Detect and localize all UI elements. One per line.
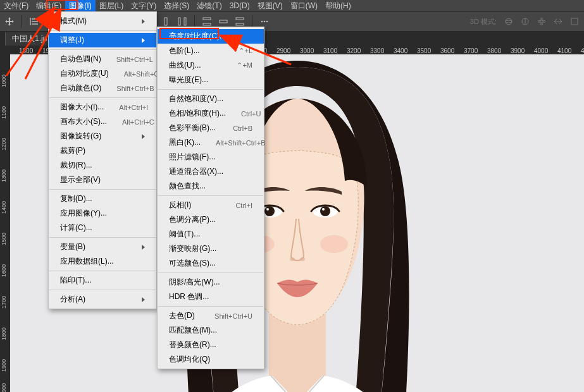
submenu-arrow-icon <box>142 38 145 43</box>
image-menu-item-label: 陷印(T)... <box>60 275 91 286</box>
menu-separator <box>49 271 156 271</box>
menu-separator <box>158 195 263 196</box>
image-menu-item-label: 画布大小(S)... <box>60 116 107 127</box>
image-menu-item-4[interactable]: 自动颜色(O)Shift+Ctrl+B <box>49 81 156 95</box>
adjust-submenu-item-1[interactable]: 色阶(L)...⌃+L <box>158 44 264 58</box>
adjust-submenu-item-4[interactable]: 自然饱和度(V)... <box>158 92 264 106</box>
image-menu-item-8[interactable]: 裁剪(P) <box>49 144 156 158</box>
adjust-submenu-item-3[interactable]: 曝光度(E)... <box>158 73 264 87</box>
image-menu-item-0[interactable]: 模式(M) <box>49 14 156 28</box>
adjustments-submenu: 亮度/对比度(C)...色阶(L)...⌃+L曲线(U)...⌃+M曝光度(E)… <box>157 27 264 369</box>
menu-view[interactable]: 视图(V) <box>254 0 287 12</box>
image-menu-item-shortcut: Shift+Ctrl+L <box>116 56 153 63</box>
submenu-arrow-icon <box>142 297 145 302</box>
adjust-submenu-item-label: 替换颜色(R)... <box>169 340 216 350</box>
adjust-submenu-item-2[interactable]: 曲线(U)...⌃+M <box>158 58 264 73</box>
image-menu-item-7[interactable]: 图像旋转(G) <box>49 129 156 144</box>
svg-rect-5 <box>203 18 211 20</box>
adjust-submenu-item-shortcut: Ctrl+U <box>241 110 261 118</box>
image-menu-item-3[interactable]: 自动对比度(U)Alt+Shift+Ctrl+L <box>49 66 156 81</box>
adjust-submenu-item-17[interactable]: HDR 色调... <box>158 290 264 304</box>
image-menu-item-1[interactable]: 调整(J) <box>49 33 156 47</box>
svg-point-27 <box>300 257 305 261</box>
adjust-submenu-item-15[interactable]: 可选颜色(S)... <box>158 256 264 271</box>
orbit-3d-icon[interactable] <box>502 15 516 28</box>
adjust-submenu-item-shortcut: Ctrl+I <box>235 202 252 209</box>
image-menu-item-11[interactable]: 复制(D)... <box>49 192 156 206</box>
adjust-submenu-item-7[interactable]: 黑白(K)...Alt+Shift+Ctrl+B <box>158 135 264 150</box>
menu-separator <box>158 89 263 90</box>
image-menu-item-label: 应用图像(Y)... <box>60 208 107 219</box>
slide-3d-icon[interactable] <box>551 15 565 28</box>
adjust-submenu-item-9[interactable]: 通道混合器(X)... <box>158 164 264 179</box>
image-menu-item-label: 裁切(R)... <box>60 160 92 171</box>
roll-3d-icon[interactable] <box>518 15 532 28</box>
image-menu-item-label: 自动色调(N) <box>60 54 101 64</box>
image-menu-item-label: 图像大小(I)... <box>60 102 104 113</box>
adjust-submenu-item-label: 渐变映射(G)... <box>169 243 216 254</box>
image-menu-item-15[interactable]: 应用数据组(L)... <box>49 254 156 269</box>
move-tool-icon[interactable] <box>3 15 16 28</box>
adjust-submenu-item-label: 色阶(L)... <box>169 46 200 56</box>
menu-select[interactable]: 选择(S) <box>160 0 193 12</box>
adjust-submenu-item-label: 色彩平衡(B)... <box>169 123 216 133</box>
adjust-submenu-item-shortcut: ⌃+M <box>237 61 252 70</box>
menu-layer[interactable]: 图层(L) <box>96 0 128 12</box>
adjust-submenu-item-label: 通道混合器(X)... <box>169 166 223 177</box>
menu-image[interactable]: 图像(I) <box>65 0 95 12</box>
image-menu-item-label: 模式(M) <box>60 16 87 27</box>
adjust-submenu-item-shortcut: ⌃+L <box>239 47 252 55</box>
image-menu-item-10[interactable]: 显示全部(V) <box>49 173 156 187</box>
adjust-submenu-item-21[interactable]: 色调均化(Q) <box>158 352 264 367</box>
adjust-submenu-item-11[interactable]: 反相(I)Ctrl+I <box>158 198 264 212</box>
mode3d-label: 3D 模式: <box>470 17 497 27</box>
adjust-submenu-item-label: 色调均化(Q) <box>169 354 210 365</box>
adjust-submenu-item-label: 颜色查找... <box>169 181 206 192</box>
adjust-submenu-item-14[interactable]: 渐变映射(G)... <box>158 242 264 256</box>
image-menu-item-13[interactable]: 计算(C)... <box>49 221 156 235</box>
submenu-arrow-icon <box>142 19 145 24</box>
adjust-submenu-item-18[interactable]: 去色(D)Shift+Ctrl+U <box>158 309 264 323</box>
menu-type[interactable]: 文字(Y) <box>127 0 160 12</box>
svg-rect-8 <box>236 18 244 20</box>
image-menu-item-label: 分析(A) <box>60 294 85 305</box>
scale-3d-icon[interactable] <box>568 15 581 28</box>
svg-point-22 <box>320 206 330 216</box>
adjust-submenu-item-10[interactable]: 颜色查找... <box>158 179 264 193</box>
menu-filter[interactable]: 滤镜(T) <box>193 0 225 12</box>
image-menu-item-14[interactable]: 变量(B) <box>49 240 156 254</box>
image-menu-item-9[interactable]: 裁切(R)... <box>49 158 156 173</box>
adjust-submenu-item-20[interactable]: 替换颜色(R)... <box>158 338 264 352</box>
image-menu-item-label: 图像旋转(G) <box>60 131 101 142</box>
svg-point-14 <box>506 20 512 23</box>
menu-edit[interactable]: 编辑(E) <box>32 0 65 12</box>
menu-window[interactable]: 窗口(W) <box>287 0 321 12</box>
svg-rect-6 <box>203 23 211 25</box>
image-menu-item-12[interactable]: 应用图像(Y)... <box>49 206 156 221</box>
adjust-submenu-item-0[interactable]: 亮度/对比度(C)... <box>158 29 264 44</box>
adjust-submenu-item-19[interactable]: 匹配颜色(M)... <box>158 323 264 338</box>
image-menu-item-5[interactable]: 图像大小(I)...Alt+Ctrl+I <box>49 100 156 114</box>
adjust-submenu-item-label: 反相(I) <box>169 200 191 211</box>
adjust-submenu-item-6[interactable]: 色彩平衡(B)...Ctrl+B <box>158 121 264 135</box>
adjust-submenu-item-13[interactable]: 阈值(T)... <box>158 227 264 242</box>
svg-rect-7 <box>220 20 227 23</box>
image-menu-item-2[interactable]: 自动色调(N)Shift+Ctrl+L <box>49 52 156 66</box>
image-menu-item-17[interactable]: 分析(A) <box>49 292 156 307</box>
adjust-submenu-item-8[interactable]: 照片滤镜(F)... <box>158 150 264 164</box>
adjust-submenu-item-12[interactable]: 色调分离(P)... <box>158 212 264 227</box>
menu-file[interactable]: 文件(F) <box>0 0 32 12</box>
image-menu-item-16[interactable]: 陷印(T)... <box>49 273 156 288</box>
adjust-submenu-item-5[interactable]: 色相/饱和度(H)...Ctrl+U <box>158 106 264 121</box>
align-left-icon[interactable] <box>27 15 41 28</box>
pan-3d-icon[interactable] <box>535 15 549 28</box>
image-menu-item-shortcut: Shift+Ctrl+B <box>116 85 154 92</box>
menu-separator <box>49 49 156 50</box>
adjust-submenu-item-label: 曝光度(E)... <box>169 75 208 85</box>
svg-point-23 <box>322 208 325 211</box>
adjust-submenu-item-shortcut: Shift+Ctrl+U <box>214 312 252 320</box>
adjust-submenu-item-16[interactable]: 阴影/高光(W)... <box>158 275 264 290</box>
menu-3d[interactable]: 3D(D) <box>226 1 254 11</box>
image-menu-item-6[interactable]: 画布大小(S)...Alt+Ctrl+C <box>49 114 156 129</box>
menu-help[interactable]: 帮助(H) <box>321 0 355 12</box>
